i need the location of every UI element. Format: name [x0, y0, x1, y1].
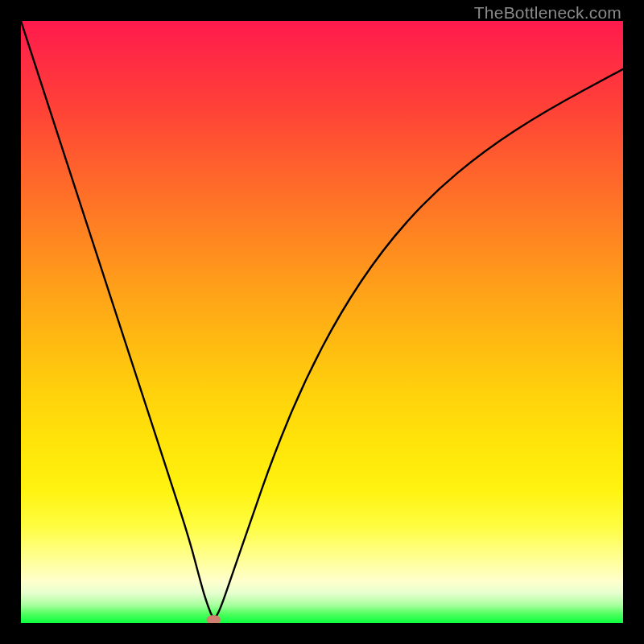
watermark-text: TheBottleneck.com [474, 3, 621, 23]
chart-frame: TheBottleneck.com [0, 0, 644, 644]
bottleneck-curve [21, 21, 623, 617]
plot-area [21, 21, 623, 623]
minimum-marker [206, 615, 221, 623]
curve-layer [21, 21, 623, 623]
